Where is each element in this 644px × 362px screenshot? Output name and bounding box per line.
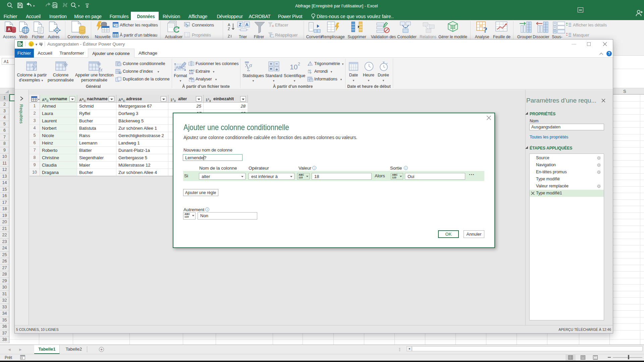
svg-text:X: X [20, 42, 23, 46]
svg-text:A: A [245, 22, 249, 27]
svg-text:Z: Z [239, 22, 241, 27]
svg-text:123: 123 [118, 71, 121, 74]
svg-text:A: A [228, 23, 230, 27]
svg-text:fx: fx [99, 67, 103, 73]
svg-text:Σ: Σ [247, 66, 250, 71]
svg-text:A: A [8, 27, 11, 32]
svg-text:Z: Z [228, 34, 230, 38]
svg-text:2: 2 [298, 62, 300, 66]
svg-text:Z: Z [228, 27, 230, 31]
svg-text:123: 123 [189, 72, 194, 74]
svg-text:10: 10 [290, 63, 298, 71]
svg-text:.00: .00 [307, 69, 311, 72]
svg-text:?: ? [483, 25, 487, 34]
